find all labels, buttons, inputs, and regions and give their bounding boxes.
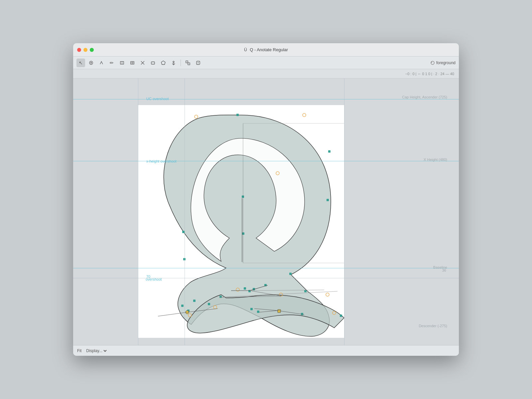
svg-rect-7: [151, 62, 155, 64]
guide-baseline: [73, 268, 459, 268]
foreground-indicator: foreground: [430, 61, 456, 65]
guide-left-margin: [138, 78, 138, 345]
guide-overshoot: [73, 278, 459, 278]
guide-right-margin: [344, 78, 344, 345]
foreground-icon: [430, 61, 435, 65]
descender-label: Descender (-275): [419, 324, 447, 328]
app-window: Ü Q - Anotate Regular ↖ ✏: [73, 43, 459, 356]
svg-rect-30: [193, 300, 196, 302]
svg-rect-17: [236, 114, 239, 116]
window-title: Ü Q - Anotate Regular: [244, 47, 288, 52]
toolbar-right: foreground: [430, 61, 456, 65]
info-coords: −0 : 0 | ↔ 0 1 0 | · 2 · 24 — 40: [405, 72, 454, 76]
info-bar: −0 : 0 | ↔ 0 1 0 | · 2 · 24 — 40: [73, 69, 459, 78]
component-tool[interactable]: [184, 59, 192, 67]
traffic-lights: [77, 48, 94, 52]
eraser-tool[interactable]: [149, 59, 157, 67]
extra-tool[interactable]: [194, 59, 202, 67]
x-height-label: X Height (480): [424, 158, 447, 162]
svg-rect-23: [244, 287, 246, 290]
overshoot-label: overshoot: [146, 277, 162, 281]
glyph-svg: [138, 105, 344, 338]
foreground-label-text: foreground: [436, 61, 456, 65]
guide-cap-height: [73, 99, 459, 99]
guide-inner-left: [185, 78, 185, 345]
svg-rect-35: [242, 232, 244, 235]
titlebar: Ü Q - Anotate Regular: [73, 43, 459, 57]
rect-tool-2[interactable]: [128, 59, 137, 67]
close-button[interactable]: [77, 48, 81, 52]
svg-rect-26: [257, 311, 259, 313]
svg-point-47: [326, 293, 329, 296]
fit-label: Fit: [77, 348, 81, 353]
minimize-button[interactable]: [83, 48, 87, 52]
canvas-container[interactable]: Cap Height, Ascender (725) X Height (480…: [73, 78, 459, 345]
svg-point-9: [173, 61, 174, 63]
pen-tool[interactable]: [97, 59, 106, 67]
svg-rect-19: [289, 273, 292, 275]
shape-tool[interactable]: [159, 59, 168, 67]
svg-point-42: [195, 115, 198, 118]
uc-overshoot-label: UC overshoot: [146, 97, 169, 101]
svg-rect-33: [182, 231, 185, 233]
toolbar: ↖ ✏: [73, 57, 459, 69]
bottom-bar: Fit Display...: [73, 345, 459, 356]
title-icon: Ü: [244, 48, 247, 52]
maximize-button[interactable]: [90, 48, 94, 52]
toolbar-tools: ↖ ✏: [76, 59, 202, 67]
svg-rect-32: [219, 296, 222, 298]
svg-rect-25: [250, 308, 253, 310]
svg-point-1: [90, 62, 92, 64]
toolbar-separator: [181, 60, 181, 66]
glyph-shape: [164, 115, 344, 336]
svg-rect-37: [328, 150, 331, 153]
knife-tool[interactable]: [138, 59, 147, 67]
svg-rect-18: [327, 199, 329, 201]
node-tool[interactable]: [87, 59, 95, 67]
coord-display: −0 : 0 | ↔ 0 1 0 | · 2 · 24 — 40: [405, 72, 454, 76]
rect-tool-1[interactable]: [118, 59, 126, 67]
svg-rect-24: [304, 290, 307, 292]
display-select[interactable]: Display...: [85, 348, 108, 353]
main-area: Cap Height, Ascender (725) X Height (480…: [73, 78, 459, 345]
svg-point-15: [431, 61, 434, 65]
num-36-label: 36: [442, 268, 446, 272]
svg-point-16: [431, 62, 432, 63]
svg-rect-36: [242, 196, 244, 198]
svg-marker-8: [161, 61, 165, 65]
svg-rect-12: [188, 63, 190, 65]
svg-rect-40: [340, 315, 342, 317]
guide-x-height: [73, 161, 459, 161]
svg-rect-28: [181, 305, 184, 307]
svg-point-41: [303, 113, 306, 117]
cap-height-label: Cap Height, Ascender (725): [402, 95, 447, 99]
svg-rect-11: [186, 61, 188, 63]
pencil-tool[interactable]: ✏: [107, 59, 116, 67]
x-height-overshoot-label: x-height overshoot: [146, 159, 177, 163]
pointer-tool[interactable]: ↖: [76, 59, 85, 67]
svg-rect-31: [208, 303, 210, 305]
anchor-tool[interactable]: [169, 59, 178, 67]
